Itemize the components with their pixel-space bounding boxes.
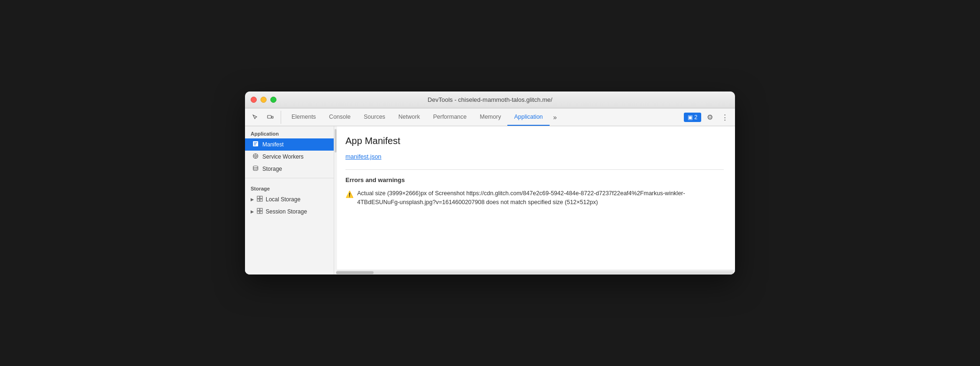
svg-rect-8 <box>257 199 260 201</box>
svg-rect-10 <box>257 208 260 211</box>
main-content: Application Manifest <box>245 126 735 274</box>
manifest-icon <box>253 141 259 148</box>
sidebar-item-session-storage[interactable]: ▶ Session Storage <box>245 206 334 218</box>
sidebar: Application Manifest <box>245 126 334 274</box>
chevron-session-icon: ▶ <box>251 209 254 214</box>
sidebar-item-storage-label: Storage <box>262 166 282 172</box>
settings-icon[interactable]: ⚙ <box>703 111 716 124</box>
device-icon[interactable] <box>264 111 277 124</box>
local-storage-grid-icon <box>257 196 263 203</box>
svg-rect-1 <box>272 116 273 118</box>
sidebar-scrollbar-thumb <box>335 129 337 152</box>
chevron-icon: ▶ <box>251 197 254 202</box>
bottom-scrollbar <box>334 270 735 274</box>
toolbar: Elements Console Sources Network Perform… <box>245 108 735 126</box>
content-area: App Manifest manifest.json Errors and wa… <box>334 126 735 274</box>
traffic-lights <box>251 97 276 103</box>
devtools-window: DevTools - chiseled-mammoth-talos.glitch… <box>245 92 735 274</box>
page-title: App Manifest <box>345 136 724 146</box>
storage-icon <box>253 165 259 173</box>
errors-section-title: Errors and warnings <box>345 176 724 183</box>
sidebar-wrapper: Application Manifest <box>245 126 334 274</box>
sidebar-storage-section-label: Storage <box>245 181 334 193</box>
warning-row: ⚠️ Actual size (3999×2666)px of Screensh… <box>345 189 724 207</box>
svg-point-4 <box>255 155 257 157</box>
window-title: DevTools - chiseled-mammoth-talos.glitch… <box>428 96 552 103</box>
tab-network[interactable]: Network <box>392 108 427 126</box>
maximize-button[interactable] <box>270 97 276 103</box>
svg-rect-13 <box>260 211 262 214</box>
title-bar: DevTools - chiseled-mammoth-talos.glitch… <box>245 92 735 108</box>
content-divider <box>345 169 724 170</box>
svg-rect-6 <box>257 196 260 198</box>
sidebar-item-service-workers[interactable]: Service Workers <box>245 151 334 163</box>
tab-performance[interactable]: Performance <box>427 108 474 126</box>
sidebar-item-manifest-label: Manifest <box>262 141 283 148</box>
content-inner: App Manifest manifest.json Errors and wa… <box>334 126 735 270</box>
tab-elements[interactable]: Elements <box>285 108 322 126</box>
sidebar-scrollbar <box>334 126 337 274</box>
sidebar-item-sw-label: Service Workers <box>262 153 304 160</box>
manifest-link[interactable]: manifest.json <box>345 153 382 160</box>
minimize-button[interactable] <box>260 97 267 103</box>
svg-rect-0 <box>268 115 271 118</box>
svg-rect-7 <box>260 196 262 198</box>
toolbar-icons <box>249 111 281 124</box>
sidebar-item-local-storage[interactable]: ▶ Local Storage <box>245 193 334 206</box>
scrollbar-thumb <box>336 271 374 274</box>
svg-rect-11 <box>260 208 262 211</box>
tab-console[interactable]: Console <box>322 108 357 126</box>
sidebar-divider <box>245 178 334 178</box>
tab-overflow[interactable]: » <box>550 108 561 126</box>
sidebar-item-storage[interactable]: Storage <box>245 163 334 175</box>
tab-bar: Elements Console Sources Network Perform… <box>285 108 684 126</box>
tab-sources[interactable]: Sources <box>357 108 392 126</box>
warning-triangle-icon: ⚠️ <box>345 190 353 199</box>
sidebar-session-storage-label: Session Storage <box>266 208 307 215</box>
service-workers-icon <box>253 153 259 160</box>
tab-memory[interactable]: Memory <box>473 108 507 126</box>
warning-text: Actual size (3999×2666)px of Screenshot … <box>357 189 724 207</box>
svg-point-5 <box>253 166 258 168</box>
sidebar-application-label: Application <box>245 126 334 138</box>
close-button[interactable] <box>251 97 257 103</box>
sidebar-local-storage-label: Local Storage <box>266 196 300 203</box>
svg-rect-12 <box>257 211 260 214</box>
scrollbar-track <box>336 271 733 274</box>
more-icon[interactable]: ⋮ <box>718 111 731 124</box>
session-storage-grid-icon <box>257 208 263 215</box>
toolbar-right: ▣ 2 ⚙ ⋮ <box>684 111 731 124</box>
tab-application[interactable]: Application <box>507 108 549 126</box>
badge-button[interactable]: ▣ 2 <box>684 113 701 122</box>
svg-rect-9 <box>260 199 262 201</box>
inspect-icon[interactable] <box>249 111 262 124</box>
sidebar-item-manifest[interactable]: Manifest <box>245 138 334 151</box>
